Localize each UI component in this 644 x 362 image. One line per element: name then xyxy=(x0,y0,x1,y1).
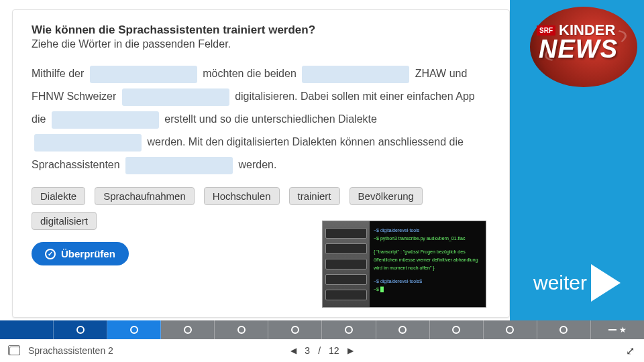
srf-badge: SRF xyxy=(537,25,555,36)
play-icon xyxy=(591,264,621,302)
progress-bar: ★ xyxy=(0,320,644,339)
star-icon: ★ xyxy=(619,325,627,335)
check-label: Überprüfen xyxy=(61,248,115,259)
kinder-news-logo: SRF KINDER NEWS xyxy=(527,7,637,87)
question-subtitle: Ziehe die Wörter in die passenden Felder… xyxy=(32,38,490,50)
progress-step-7[interactable] xyxy=(322,320,376,339)
word-chip[interactable]: Dialekte xyxy=(32,187,85,205)
check-button[interactable]: ✓ Überprüfen xyxy=(32,242,129,265)
progress-step-3[interactable] xyxy=(107,320,161,339)
question-card: Wie können die Sprachassistenten trainie… xyxy=(12,9,510,318)
word-chip[interactable]: trainiert xyxy=(289,187,340,205)
check-icon: ✓ xyxy=(45,249,56,259)
next-label: weiter xyxy=(533,272,587,294)
word-chip[interactable]: Sprachaufnahmen xyxy=(95,187,195,205)
progress-step-12[interactable]: ★ xyxy=(591,320,644,339)
word-chip[interactable]: digitalisiert xyxy=(32,212,97,230)
progress-step-1[interactable] xyxy=(0,320,54,339)
cloze-text: Mithilfe der möchten die beiden ZHAW und… xyxy=(32,62,490,176)
lesson-title: Sprachassistenten 2 xyxy=(28,345,113,356)
word-chip[interactable]: Hochschulen xyxy=(204,187,280,205)
progress-step-5[interactable] xyxy=(215,320,268,339)
drop-gap-3[interactable] xyxy=(122,88,229,106)
cloze-part: Mithilfe der xyxy=(32,68,87,79)
fullscreen-icon[interactable]: ⤢ xyxy=(626,345,635,357)
cloze-part: möchten die beiden xyxy=(200,68,300,79)
thumbnail-image: ~$ digitalderevel-tools ~$ python3 trans… xyxy=(322,221,486,308)
news-text: NEWS xyxy=(539,35,618,64)
progress-step-10[interactable] xyxy=(484,320,537,339)
progress-step-9[interactable] xyxy=(430,320,484,339)
progress-step-8[interactable] xyxy=(376,320,430,339)
drop-gap-1[interactable] xyxy=(90,66,197,83)
word-chip[interactable]: Bevölkerung xyxy=(350,187,423,205)
drop-gap-2[interactable] xyxy=(302,66,409,83)
page-total: 12 xyxy=(329,345,339,356)
progress-step-6[interactable] xyxy=(268,320,322,339)
terminal-screen: ~$ digitalderevel-tools ~$ python3 trans… xyxy=(370,221,486,307)
question-title: Wie können die Sprachassistenten trainie… xyxy=(32,23,490,37)
cloze-part: werden. xyxy=(235,159,276,170)
page-current: 3 xyxy=(305,345,310,356)
pager: ◀ 3 / 12 ▶ xyxy=(290,345,353,356)
next-button[interactable]: weiter xyxy=(510,264,644,302)
page-sep: / xyxy=(318,345,321,356)
cards-icon[interactable] xyxy=(9,347,20,355)
progress-step-11[interactable] xyxy=(537,320,591,339)
prev-page-button[interactable]: ◀ xyxy=(290,346,297,355)
drop-gap-4[interactable] xyxy=(52,111,159,129)
progress-step-4[interactable] xyxy=(161,320,215,339)
next-page-button[interactable]: ▶ xyxy=(347,346,354,355)
right-sidebar: SRF KINDER NEWS weiter xyxy=(510,0,644,320)
cloze-part: erstellt und so die unterschiedlichen Di… xyxy=(162,113,377,125)
drop-gap-6[interactable] xyxy=(125,157,233,174)
cassette-stack xyxy=(323,221,370,307)
progress-step-2[interactable] xyxy=(54,320,107,339)
footer-bar: Sprachassistenten 2 ◀ 3 / 12 ▶ ⤢ xyxy=(0,339,644,362)
drop-gap-5[interactable] xyxy=(34,134,142,152)
